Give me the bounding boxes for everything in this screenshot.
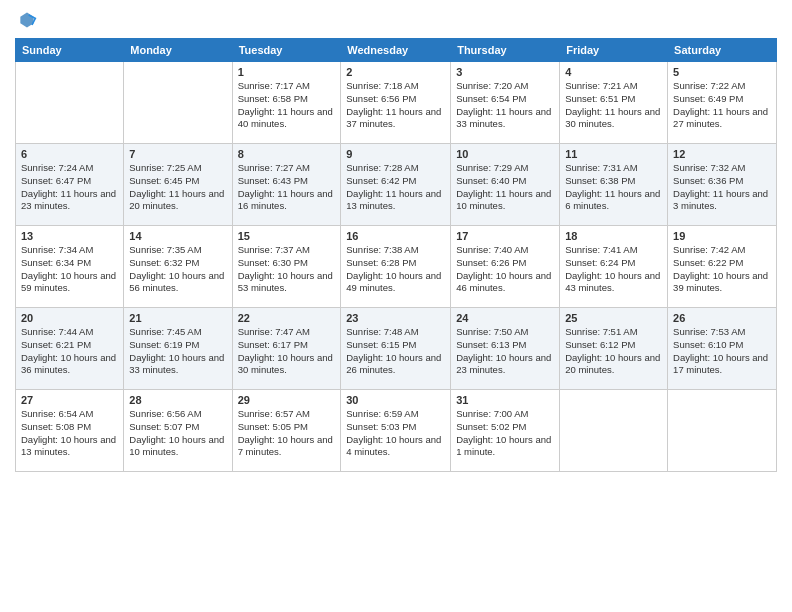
- calendar-cell: 10Sunrise: 7:29 AM Sunset: 6:40 PM Dayli…: [451, 144, 560, 226]
- weekday-header-tuesday: Tuesday: [232, 39, 341, 62]
- calendar-week-2: 6Sunrise: 7:24 AM Sunset: 6:47 PM Daylig…: [16, 144, 777, 226]
- day-info: Sunrise: 6:57 AM Sunset: 5:05 PM Dayligh…: [238, 408, 336, 459]
- calendar-cell: 14Sunrise: 7:35 AM Sunset: 6:32 PM Dayli…: [124, 226, 232, 308]
- weekday-header-sunday: Sunday: [16, 39, 124, 62]
- day-number: 3: [456, 66, 554, 78]
- calendar-cell: 3Sunrise: 7:20 AM Sunset: 6:54 PM Daylig…: [451, 62, 560, 144]
- day-number: 10: [456, 148, 554, 160]
- day-number: 6: [21, 148, 118, 160]
- calendar-week-5: 27Sunrise: 6:54 AM Sunset: 5:08 PM Dayli…: [16, 390, 777, 472]
- day-info: Sunrise: 7:27 AM Sunset: 6:43 PM Dayligh…: [238, 162, 336, 213]
- day-info: Sunrise: 6:56 AM Sunset: 5:07 PM Dayligh…: [129, 408, 226, 459]
- day-info: Sunrise: 7:32 AM Sunset: 6:36 PM Dayligh…: [673, 162, 771, 213]
- day-info: Sunrise: 7:28 AM Sunset: 6:42 PM Dayligh…: [346, 162, 445, 213]
- weekday-header-thursday: Thursday: [451, 39, 560, 62]
- calendar-week-3: 13Sunrise: 7:34 AM Sunset: 6:34 PM Dayli…: [16, 226, 777, 308]
- weekday-header-monday: Monday: [124, 39, 232, 62]
- day-number: 19: [673, 230, 771, 242]
- day-number: 28: [129, 394, 226, 406]
- day-info: Sunrise: 7:24 AM Sunset: 6:47 PM Dayligh…: [21, 162, 118, 213]
- calendar-cell: 29Sunrise: 6:57 AM Sunset: 5:05 PM Dayli…: [232, 390, 341, 472]
- day-number: 13: [21, 230, 118, 242]
- day-info: Sunrise: 7:25 AM Sunset: 6:45 PM Dayligh…: [129, 162, 226, 213]
- calendar-cell: [560, 390, 668, 472]
- day-info: Sunrise: 7:48 AM Sunset: 6:15 PM Dayligh…: [346, 326, 445, 377]
- calendar-cell: 4Sunrise: 7:21 AM Sunset: 6:51 PM Daylig…: [560, 62, 668, 144]
- logo-icon: [17, 10, 37, 30]
- day-info: Sunrise: 7:40 AM Sunset: 6:26 PM Dayligh…: [456, 244, 554, 295]
- calendar-cell: 24Sunrise: 7:50 AM Sunset: 6:13 PM Dayli…: [451, 308, 560, 390]
- day-info: Sunrise: 7:53 AM Sunset: 6:10 PM Dayligh…: [673, 326, 771, 377]
- day-number: 27: [21, 394, 118, 406]
- day-info: Sunrise: 7:41 AM Sunset: 6:24 PM Dayligh…: [565, 244, 662, 295]
- calendar-cell: 25Sunrise: 7:51 AM Sunset: 6:12 PM Dayli…: [560, 308, 668, 390]
- calendar-cell: 31Sunrise: 7:00 AM Sunset: 5:02 PM Dayli…: [451, 390, 560, 472]
- calendar-cell: 11Sunrise: 7:31 AM Sunset: 6:38 PM Dayli…: [560, 144, 668, 226]
- day-info: Sunrise: 7:29 AM Sunset: 6:40 PM Dayligh…: [456, 162, 554, 213]
- calendar-cell: 28Sunrise: 6:56 AM Sunset: 5:07 PM Dayli…: [124, 390, 232, 472]
- calendar-cell: 13Sunrise: 7:34 AM Sunset: 6:34 PM Dayli…: [16, 226, 124, 308]
- weekday-header-wednesday: Wednesday: [341, 39, 451, 62]
- day-info: Sunrise: 7:45 AM Sunset: 6:19 PM Dayligh…: [129, 326, 226, 377]
- day-info: Sunrise: 6:59 AM Sunset: 5:03 PM Dayligh…: [346, 408, 445, 459]
- day-number: 4: [565, 66, 662, 78]
- calendar-cell: 6Sunrise: 7:24 AM Sunset: 6:47 PM Daylig…: [16, 144, 124, 226]
- calendar-cell: 2Sunrise: 7:18 AM Sunset: 6:56 PM Daylig…: [341, 62, 451, 144]
- calendar-week-1: 1Sunrise: 7:17 AM Sunset: 6:58 PM Daylig…: [16, 62, 777, 144]
- day-info: Sunrise: 7:35 AM Sunset: 6:32 PM Dayligh…: [129, 244, 226, 295]
- calendar-cell: 5Sunrise: 7:22 AM Sunset: 6:49 PM Daylig…: [668, 62, 777, 144]
- calendar-cell: 30Sunrise: 6:59 AM Sunset: 5:03 PM Dayli…: [341, 390, 451, 472]
- day-info: Sunrise: 7:37 AM Sunset: 6:30 PM Dayligh…: [238, 244, 336, 295]
- day-info: Sunrise: 7:47 AM Sunset: 6:17 PM Dayligh…: [238, 326, 336, 377]
- day-info: Sunrise: 7:00 AM Sunset: 5:02 PM Dayligh…: [456, 408, 554, 459]
- calendar-cell: 17Sunrise: 7:40 AM Sunset: 6:26 PM Dayli…: [451, 226, 560, 308]
- day-number: 16: [346, 230, 445, 242]
- day-number: 29: [238, 394, 336, 406]
- page: SundayMondayTuesdayWednesdayThursdayFrid…: [0, 0, 792, 612]
- calendar-cell: 9Sunrise: 7:28 AM Sunset: 6:42 PM Daylig…: [341, 144, 451, 226]
- day-number: 24: [456, 312, 554, 324]
- weekday-header-friday: Friday: [560, 39, 668, 62]
- day-info: Sunrise: 7:42 AM Sunset: 6:22 PM Dayligh…: [673, 244, 771, 295]
- day-info: Sunrise: 6:54 AM Sunset: 5:08 PM Dayligh…: [21, 408, 118, 459]
- day-info: Sunrise: 7:31 AM Sunset: 6:38 PM Dayligh…: [565, 162, 662, 213]
- header: [15, 10, 777, 30]
- day-number: 21: [129, 312, 226, 324]
- calendar-week-4: 20Sunrise: 7:44 AM Sunset: 6:21 PM Dayli…: [16, 308, 777, 390]
- day-number: 20: [21, 312, 118, 324]
- day-info: Sunrise: 7:44 AM Sunset: 6:21 PM Dayligh…: [21, 326, 118, 377]
- calendar-cell: [668, 390, 777, 472]
- calendar-cell: 16Sunrise: 7:38 AM Sunset: 6:28 PM Dayli…: [341, 226, 451, 308]
- day-number: 9: [346, 148, 445, 160]
- calendar-header-row: SundayMondayTuesdayWednesdayThursdayFrid…: [16, 39, 777, 62]
- day-info: Sunrise: 7:51 AM Sunset: 6:12 PM Dayligh…: [565, 326, 662, 377]
- day-info: Sunrise: 7:17 AM Sunset: 6:58 PM Dayligh…: [238, 80, 336, 131]
- calendar-cell: 21Sunrise: 7:45 AM Sunset: 6:19 PM Dayli…: [124, 308, 232, 390]
- calendar-cell: 15Sunrise: 7:37 AM Sunset: 6:30 PM Dayli…: [232, 226, 341, 308]
- calendar-cell: 12Sunrise: 7:32 AM Sunset: 6:36 PM Dayli…: [668, 144, 777, 226]
- day-info: Sunrise: 7:21 AM Sunset: 6:51 PM Dayligh…: [565, 80, 662, 131]
- calendar-cell: 22Sunrise: 7:47 AM Sunset: 6:17 PM Dayli…: [232, 308, 341, 390]
- day-info: Sunrise: 7:20 AM Sunset: 6:54 PM Dayligh…: [456, 80, 554, 131]
- day-number: 22: [238, 312, 336, 324]
- weekday-header-saturday: Saturday: [668, 39, 777, 62]
- day-info: Sunrise: 7:34 AM Sunset: 6:34 PM Dayligh…: [21, 244, 118, 295]
- day-number: 8: [238, 148, 336, 160]
- day-number: 11: [565, 148, 662, 160]
- day-number: 30: [346, 394, 445, 406]
- day-number: 25: [565, 312, 662, 324]
- day-number: 1: [238, 66, 336, 78]
- day-info: Sunrise: 7:18 AM Sunset: 6:56 PM Dayligh…: [346, 80, 445, 131]
- logo: [15, 10, 37, 30]
- day-number: 26: [673, 312, 771, 324]
- day-number: 7: [129, 148, 226, 160]
- day-number: 12: [673, 148, 771, 160]
- day-number: 18: [565, 230, 662, 242]
- calendar-cell: 1Sunrise: 7:17 AM Sunset: 6:58 PM Daylig…: [232, 62, 341, 144]
- calendar-cell: 7Sunrise: 7:25 AM Sunset: 6:45 PM Daylig…: [124, 144, 232, 226]
- day-number: 31: [456, 394, 554, 406]
- day-info: Sunrise: 7:22 AM Sunset: 6:49 PM Dayligh…: [673, 80, 771, 131]
- calendar-cell: 23Sunrise: 7:48 AM Sunset: 6:15 PM Dayli…: [341, 308, 451, 390]
- calendar-cell: 19Sunrise: 7:42 AM Sunset: 6:22 PM Dayli…: [668, 226, 777, 308]
- day-number: 17: [456, 230, 554, 242]
